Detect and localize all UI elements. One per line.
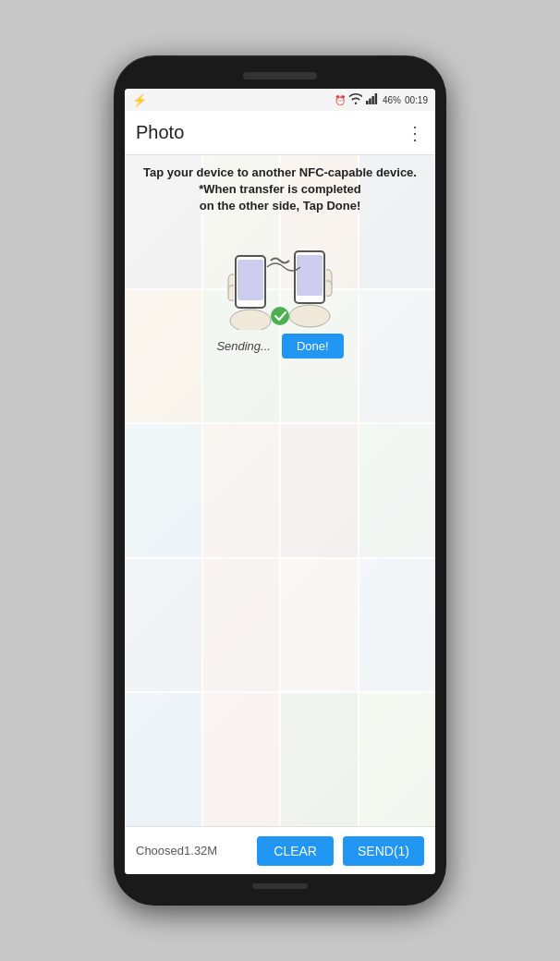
- phone-home-bar: [252, 883, 308, 889]
- svg-rect-9: [297, 255, 323, 296]
- sending-row: Sending... Done!: [140, 334, 420, 359]
- overflow-menu-button[interactable]: ⋮: [406, 122, 424, 144]
- phone-screen: ⚡ ⏰ 46% 00:19 Photo ⋮: [125, 89, 435, 874]
- chosen-size-label: Choosed1.32M: [136, 844, 248, 858]
- send-button[interactable]: SEND(1): [343, 836, 424, 866]
- app-bar: Photo ⋮: [125, 111, 435, 155]
- phone-speaker: [243, 72, 317, 79]
- svg-point-4: [230, 310, 271, 330]
- svg-rect-1: [369, 99, 371, 105]
- svg-rect-3: [375, 93, 378, 104]
- bolt-icon: ⚡: [132, 93, 147, 107]
- svg-rect-0: [366, 101, 369, 104]
- nfc-instruction-text: Tap your device to another NFC-capable d…: [143, 164, 417, 215]
- done-button[interactable]: Done!: [282, 334, 344, 359]
- app-title: Photo: [136, 122, 406, 143]
- wifi-icon: [349, 93, 362, 106]
- nfc-transfer-overlay: Tap your device to another NFC-capable d…: [125, 155, 435, 826]
- alarm-icon: ⏰: [335, 95, 346, 105]
- svg-point-7: [289, 305, 330, 327]
- svg-point-10: [271, 307, 289, 325]
- svg-rect-2: [371, 96, 374, 104]
- nfc-phones-illustration: [215, 219, 345, 330]
- clear-button[interactable]: CLEAR: [257, 836, 334, 866]
- clock: 00:19: [405, 95, 428, 105]
- battery-percent: 46%: [383, 95, 401, 105]
- photo-grid: Tap your device to another NFC-capable d…: [125, 155, 435, 826]
- bottom-bar: Choosed1.32M CLEAR SEND(1): [125, 826, 435, 874]
- svg-rect-6: [237, 260, 263, 300]
- phone-frame: ⚡ ⏰ 46% 00:19 Photo ⋮: [114, 55, 446, 906]
- signal-icon: [366, 93, 379, 106]
- status-bar: ⚡ ⏰ 46% 00:19: [125, 89, 435, 111]
- status-right: ⏰ 46% 00:19: [335, 93, 428, 106]
- sending-label: Sending...: [216, 339, 271, 353]
